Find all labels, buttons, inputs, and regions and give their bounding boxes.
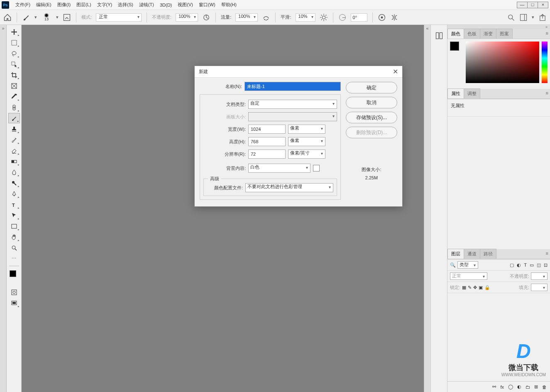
menu-edit[interactable]: 编辑(E) <box>33 0 54 9</box>
mode-select[interactable]: 正常 <box>96 13 142 22</box>
angle-input[interactable] <box>351 13 367 22</box>
brush-tool-icon[interactable] <box>22 13 30 22</box>
menu-layer[interactable]: 图层(L) <box>73 0 94 9</box>
fill-select[interactable] <box>531 284 548 291</box>
filter-adjust-icon[interactable]: ◐ <box>517 262 521 268</box>
filter-type-icon[interactable]: T <box>524 262 527 268</box>
profile-select[interactable]: 不要对此文档进行色彩管理 <box>245 183 333 192</box>
lock-transparency-icon[interactable]: ▦ <box>462 285 466 290</box>
frame-tool[interactable] <box>8 81 20 91</box>
width-input[interactable] <box>248 125 286 134</box>
zoom-tool[interactable] <box>8 243 20 253</box>
blur-tool[interactable]: ▸ <box>8 167 20 177</box>
smoothing-select[interactable]: 10% <box>296 13 315 22</box>
smoothing-gear-icon[interactable] <box>320 13 328 22</box>
lock-position-icon[interactable]: ✥ <box>473 285 477 290</box>
adjustment-layer-icon[interactable]: ◐ <box>517 384 521 390</box>
hue-strip[interactable] <box>542 42 548 83</box>
lock-artboard-icon[interactable]: ▣ <box>479 285 483 290</box>
gradient-tool[interactable]: ▸ <box>8 156 20 167</box>
save-preset-button[interactable]: 存储预设(S)... <box>346 112 397 123</box>
filter-pixel-icon[interactable]: ▢ <box>510 262 514 268</box>
resolution-unit-select[interactable]: 像素/英寸 <box>288 149 325 159</box>
group-icon[interactable]: 🗀 <box>526 385 530 390</box>
new-layer-icon[interactable]: ⊞ <box>534 384 538 390</box>
lasso-tool[interactable]: ▸ <box>8 48 20 59</box>
symmetry-icon[interactable] <box>390 13 398 22</box>
close-window-button[interactable]: × <box>538 2 548 8</box>
brush-tool[interactable]: ▸ <box>8 113 20 123</box>
workspace-icon[interactable] <box>519 13 528 22</box>
left-dock-strip[interactable]: » <box>0 25 7 392</box>
layers-panel-menu-icon[interactable]: ≡ <box>546 251 548 256</box>
menu-3d[interactable]: 3D(D) <box>157 1 175 9</box>
bg-select[interactable]: 白色 <box>248 164 310 173</box>
layer-mask-icon[interactable]: ◯ <box>508 384 513 390</box>
name-input[interactable] <box>244 82 341 91</box>
tab-properties[interactable]: 属性 <box>447 88 464 98</box>
menu-window[interactable]: 窗口(W) <box>196 0 218 9</box>
filter-toggle-icon[interactable]: ⊡ <box>544 262 548 268</box>
pen-tool[interactable]: ▸ <box>8 189 20 199</box>
brush-panel-icon[interactable] <box>63 13 71 22</box>
opacity-pressure-icon[interactable] <box>202 13 210 22</box>
crop-tool[interactable]: ▸ <box>8 70 20 80</box>
marquee-tool[interactable]: ▸ <box>8 37 20 48</box>
tab-swatches[interactable]: 色板 <box>464 29 480 39</box>
selection-tool[interactable]: ▸ <box>8 59 20 69</box>
brush-preview[interactable]: 13 <box>41 12 52 23</box>
layer-opacity-select[interactable] <box>531 272 548 280</box>
tab-layers[interactable]: 图层 <box>447 249 464 259</box>
dodge-tool[interactable]: ▸ <box>8 178 20 188</box>
hand-tool[interactable]: ▸ <box>8 232 20 242</box>
minimize-button[interactable]: — <box>517 2 528 8</box>
filter-shape-icon[interactable]: ▭ <box>530 262 534 268</box>
tab-adjustments[interactable]: 调整 <box>464 88 480 98</box>
menu-type[interactable]: 文字(Y) <box>94 0 115 9</box>
search-icon[interactable] <box>507 13 515 22</box>
tab-paths[interactable]: 路径 <box>480 249 496 259</box>
eyedropper-tool[interactable]: ▸ <box>8 91 20 102</box>
height-unit-select[interactable]: 像素 <box>288 137 325 146</box>
tab-color[interactable]: 颜色 <box>447 29 464 39</box>
menu-select[interactable]: 选择(S) <box>115 0 136 9</box>
height-input[interactable] <box>248 137 286 146</box>
lock-all-icon[interactable]: 🔒 <box>484 285 490 290</box>
layer-fx-icon[interactable]: fx <box>500 385 504 390</box>
cancel-button[interactable]: 取消 <box>346 97 397 108</box>
history-brush-tool[interactable]: ▸ <box>8 135 20 145</box>
resolution-input[interactable] <box>248 149 286 159</box>
color-field[interactable] <box>466 42 539 83</box>
bg-color-box[interactable] <box>313 165 320 172</box>
shape-tool[interactable]: ▸ <box>8 221 20 231</box>
fg-bg-swatches[interactable] <box>450 42 463 86</box>
tab-gradients[interactable]: 渐变 <box>480 29 496 39</box>
maximize-button[interactable]: □ <box>527 2 538 8</box>
color-panel-menu-icon[interactable]: ≡ <box>546 31 548 36</box>
ok-button[interactable]: 确定 <box>346 82 397 93</box>
stamp-tool[interactable]: ▸ <box>8 124 20 134</box>
tab-patterns[interactable]: 图案 <box>496 29 513 39</box>
tab-channels[interactable]: 通道 <box>464 249 480 259</box>
layer-filter-select[interactable]: 类型 <box>457 261 478 269</box>
delete-layer-icon[interactable]: 🗑 <box>542 385 547 390</box>
dialog-close-button[interactable]: ✕ <box>393 68 398 76</box>
props-panel-menu-icon[interactable]: ≡ <box>546 91 548 96</box>
right-dock-strip[interactable]: « <box>424 25 430 392</box>
lock-paint-icon[interactable]: ✎ <box>468 285 472 290</box>
move-tool[interactable]: ▸ <box>8 27 20 37</box>
path-select-tool[interactable]: ▸ <box>8 210 20 220</box>
opacity-select[interactable]: 100% <box>176 13 198 22</box>
color-swatches-tool[interactable] <box>10 270 19 279</box>
screenmode-tool[interactable]: ▸ <box>8 298 20 308</box>
menu-filter[interactable]: 滤镜(T) <box>136 0 157 9</box>
type-tool[interactable]: T▸ <box>8 199 20 210</box>
link-layers-icon[interactable]: ⚯ <box>492 384 496 390</box>
pressure-size-icon[interactable] <box>378 13 386 22</box>
eraser-tool[interactable]: ▸ <box>8 145 20 156</box>
flow-select[interactable]: 100% <box>235 13 258 22</box>
healing-tool[interactable]: ▸ <box>8 102 20 113</box>
width-unit-select[interactable]: 像素 <box>288 125 325 134</box>
filter-smart-icon[interactable]: ◫ <box>537 262 541 268</box>
dialog-titlebar[interactable]: 新建 ✕ <box>195 66 402 78</box>
